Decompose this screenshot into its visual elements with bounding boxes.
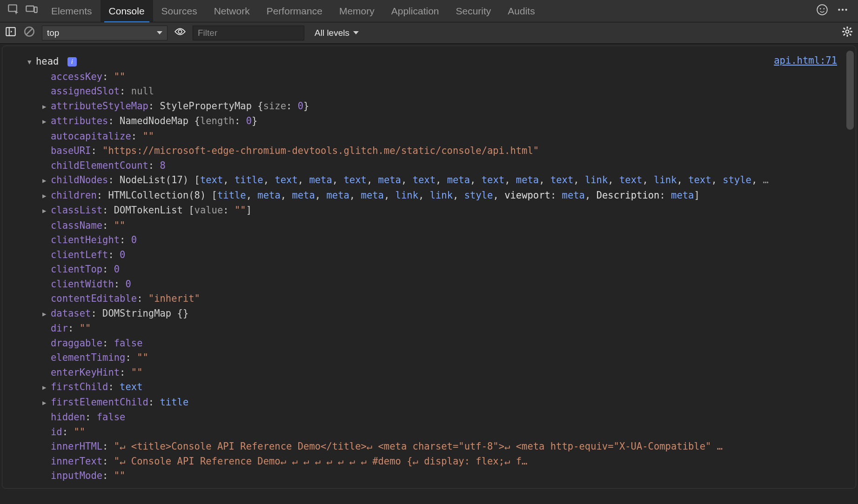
disclosure-triangle-icon[interactable] — [27, 55, 34, 70]
device-toolbar-icon[interactable] — [25, 3, 38, 19]
prop-autocapitalize[interactable]: autocapitalize: "" — [19, 129, 842, 144]
disclosure-triangle-icon[interactable] — [42, 307, 49, 322]
disclosure-triangle-icon[interactable] — [42, 380, 49, 395]
prop-childElementCount[interactable]: childElementCount: 8 — [19, 159, 842, 173]
prop-dir[interactable]: dir: "" — [19, 321, 842, 336]
svg-rect-0 — [8, 5, 17, 12]
devtools-tabbar: ElementsConsoleSourcesNetworkPerformance… — [0, 0, 858, 22]
prop-accessKey[interactable]: accessKey: "" — [19, 70, 842, 85]
prop-innerText[interactable]: innerText: "↵ Console API Reference Demo… — [19, 454, 842, 469]
prop-attributeStyleMap[interactable]: attributeStyleMap: StylePropertyMap {siz… — [19, 99, 842, 114]
inspect-element-icon[interactable] — [7, 3, 20, 19]
disclosure-triangle-icon[interactable] — [42, 99, 49, 114]
node-ref[interactable]: link — [395, 190, 418, 201]
tab-security[interactable]: Security — [447, 0, 499, 22]
tab-elements[interactable]: Elements — [43, 0, 101, 22]
node-ref[interactable]: text — [482, 174, 504, 186]
node-ref[interactable]: style — [723, 174, 751, 186]
node-ref[interactable]: text — [344, 174, 367, 186]
console-output[interactable]: api.html:71 head i accessKey: "" assigne… — [2, 46, 856, 489]
more-options-icon[interactable] — [837, 4, 849, 18]
scrollbar-thumb[interactable] — [846, 51, 854, 130]
node-ref[interactable]: text — [200, 174, 223, 186]
toggle-sidebar-icon[interactable] — [5, 26, 17, 40]
filter-input[interactable] — [193, 26, 304, 40]
node-ref[interactable]: meta — [292, 190, 315, 201]
clear-console-icon[interactable] — [23, 26, 35, 40]
node-ref[interactable]: link — [585, 174, 608, 186]
tab-network[interactable]: Network — [206, 0, 258, 22]
node-ref[interactable]: title — [235, 174, 263, 186]
svg-line-22 — [850, 28, 851, 29]
tab-console[interactable]: Console — [101, 0, 153, 22]
prop-childNodes[interactable]: childNodes: NodeList(17) [text, title, t… — [19, 173, 842, 188]
node-ref[interactable]: style — [464, 190, 493, 201]
prop-dataset[interactable]: dataset: DOMStringMap {} — [19, 306, 842, 322]
prop-firstElementChild[interactable]: firstElementChild: title — [19, 395, 842, 411]
execution-context-select[interactable]: top — [42, 26, 168, 40]
node-ref[interactable]: text — [619, 174, 642, 186]
node-ref[interactable]: meta — [361, 190, 384, 201]
console-toolbar: top All levels — [0, 22, 858, 44]
disclosure-triangle-icon[interactable] — [42, 204, 49, 219]
node-ref[interactable]: meta — [447, 174, 470, 186]
svg-line-20 — [850, 34, 851, 35]
prop-clientTop[interactable]: clientTop: 0 — [19, 262, 842, 277]
node-ref[interactable]: link — [430, 190, 453, 201]
prop-firstChild[interactable]: firstChild: text — [19, 380, 842, 395]
svg-point-7 — [842, 9, 844, 11]
feedback-smile-icon[interactable] — [816, 4, 828, 18]
tab-performance[interactable]: Performance — [258, 0, 331, 22]
prop-elementTiming[interactable]: elementTiming: "" — [19, 351, 842, 365]
prop-children[interactable]: children: HTMLCollection(8) [title, meta… — [19, 188, 842, 204]
node-ref[interactable]: title — [217, 190, 246, 201]
node-ref[interactable]: text — [413, 174, 436, 186]
disclosure-triangle-icon[interactable] — [42, 173, 49, 188]
prop-assignedSlot[interactable]: assignedSlot: null — [19, 84, 842, 99]
prop-contentEditable[interactable]: contentEditable: "inherit" — [19, 292, 842, 306]
node-ref[interactable]: link — [654, 174, 677, 186]
prop-clientWidth[interactable]: clientWidth: 0 — [19, 277, 842, 292]
svg-rect-2 — [34, 7, 37, 13]
disclosure-triangle-icon[interactable] — [42, 114, 49, 129]
tab-memory[interactable]: Memory — [331, 0, 383, 22]
live-expression-icon[interactable] — [174, 26, 186, 40]
prop-baseURI[interactable]: baseURI: "https://microsoft-edge-chromiu… — [19, 144, 842, 159]
node-ref[interactable]: text — [275, 174, 297, 186]
node-ref[interactable]: text — [550, 174, 573, 186]
node-ref[interactable]: meta — [562, 190, 585, 201]
prop-clientLeft[interactable]: clientLeft: 0 — [19, 248, 842, 263]
prop-clientHeight[interactable]: clientHeight: 0 — [19, 233, 842, 248]
prop-classList[interactable]: classList: DOMTokenList [value: ""] — [19, 203, 842, 219]
tree-root[interactable]: head i — [19, 54, 842, 70]
disclosure-triangle-icon[interactable] — [42, 396, 49, 411]
tab-application[interactable]: Application — [383, 0, 448, 22]
log-level-select[interactable]: All levels — [311, 28, 362, 38]
prop-hidden[interactable]: hidden: false — [19, 410, 842, 425]
info-badge-icon[interactable]: i — [67, 57, 77, 66]
prop-attributes[interactable]: attributes: NamedNodeMap {length: 0} — [19, 114, 842, 129]
node-ref[interactable]: meta — [257, 190, 280, 201]
prop-innerHTML[interactable]: innerHTML: "↵ <title>Console API Referen… — [19, 439, 842, 454]
console-settings-icon[interactable] — [841, 26, 853, 40]
log-level-label: All levels — [315, 28, 349, 38]
object-tree[interactable]: head i accessKey: "" assignedSlot: null … — [19, 54, 842, 484]
prop-className[interactable]: className: "" — [19, 219, 842, 233]
tab-audits[interactable]: Audits — [499, 0, 543, 22]
chevron-down-icon — [353, 31, 359, 34]
prop-enterKeyHint[interactable]: enterKeyHint: "" — [19, 365, 842, 380]
svg-point-14 — [846, 30, 849, 33]
disclosure-triangle-icon[interactable] — [42, 189, 49, 204]
source-location-link[interactable]: api.html:71 — [774, 53, 837, 68]
tab-sources[interactable]: Sources — [153, 0, 206, 22]
node-ref[interactable]: meta — [671, 190, 694, 201]
prop-id[interactable]: id: "" — [19, 425, 842, 440]
node-ref[interactable]: text — [688, 174, 711, 186]
prop-draggable[interactable]: draggable: false — [19, 336, 842, 351]
node-ref[interactable]: meta — [326, 190, 349, 201]
svg-line-21 — [844, 34, 845, 35]
node-ref[interactable]: meta — [516, 174, 539, 186]
node-ref[interactable]: meta — [378, 174, 401, 186]
node-ref[interactable]: meta — [309, 174, 332, 186]
prop-inputMode[interactable]: inputMode: "" — [19, 469, 842, 484]
